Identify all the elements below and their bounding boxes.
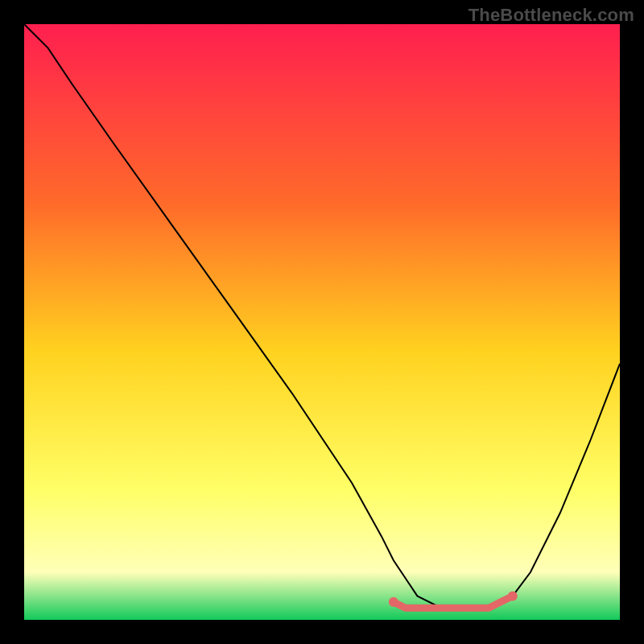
watermark-text: TheBottleneck.com bbox=[469, 5, 634, 26]
marker-dot bbox=[508, 591, 518, 601]
chart-frame: TheBottleneck.com bbox=[0, 0, 644, 644]
marker-dot bbox=[389, 597, 398, 607]
chart-svg bbox=[24, 24, 620, 620]
plot-area bbox=[24, 24, 620, 620]
gradient-background bbox=[24, 24, 620, 620]
